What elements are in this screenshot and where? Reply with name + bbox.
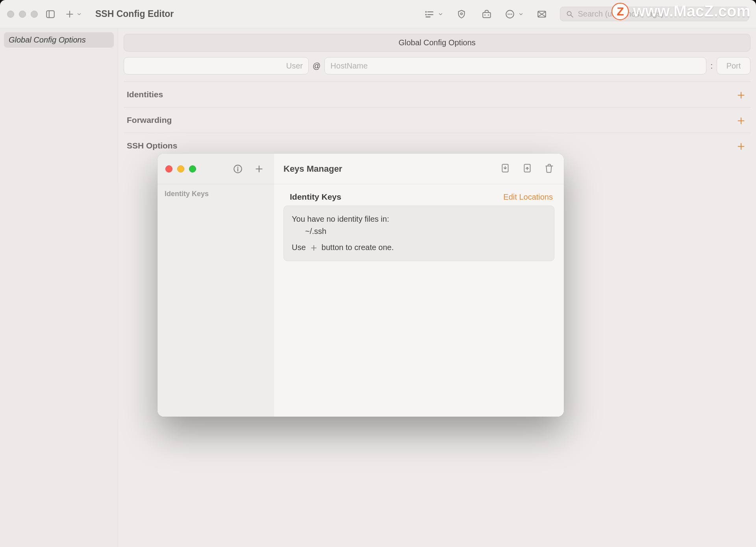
section-title-ssh-options: SSH Options (127, 141, 177, 150)
shield-button[interactable] (454, 7, 469, 21)
credentials-button[interactable] (480, 7, 494, 21)
svg-rect-8 (483, 12, 491, 17)
import-key-button[interactable] (500, 163, 510, 175)
svg-point-13 (510, 13, 511, 15)
toolbar-right (424, 7, 749, 21)
chevron-down-icon (518, 11, 524, 17)
briefcase-icon (482, 9, 492, 19)
lines-icon (424, 9, 435, 20)
shield-icon (456, 9, 467, 19)
search-box[interactable] (560, 7, 749, 21)
hostname-field[interactable] (324, 57, 706, 74)
svg-point-2 (425, 11, 427, 13)
port-input[interactable] (723, 61, 745, 70)
terminal-cross-icon (537, 9, 547, 19)
plus-icon (254, 164, 264, 174)
list-options-dropdown[interactable] (424, 9, 443, 20)
empty-state-use-prefix: Use (292, 241, 306, 254)
ellipsis-circle-icon (505, 9, 515, 19)
trash-icon (544, 163, 554, 173)
section-forwarding: Forwarding ＋ (124, 107, 750, 133)
export-key-button[interactable] (522, 163, 532, 175)
at-separator: @ (313, 61, 321, 70)
svg-point-12 (508, 13, 509, 15)
section-title-identities: Identities (127, 90, 163, 99)
close-button[interactable] (7, 11, 14, 18)
modal-titlebar-right: Keys Manager (274, 154, 564, 184)
export-icon (522, 163, 532, 173)
search-icon (566, 10, 574, 19)
keys-manager-window: Keys Manager Identity Keys Identity Keys… (158, 154, 564, 417)
svg-point-7 (461, 13, 463, 15)
zoom-button[interactable] (31, 11, 38, 18)
minimize-button[interactable] (19, 11, 26, 18)
plus-icon: ＋ (309, 243, 319, 252)
add-identity-button[interactable]: ＋ (735, 88, 747, 101)
add-host-dropdown[interactable] (65, 9, 82, 19)
plus-icon (65, 9, 75, 19)
colon-separator: : (710, 61, 713, 70)
svg-point-4 (425, 14, 427, 15)
modal-main: Identity Keys Edit Locations You have no… (274, 184, 564, 417)
more-actions-dropdown[interactable] (505, 9, 524, 19)
add-ssh-option-button[interactable]: ＋ (735, 139, 747, 152)
empty-state-path: ~/.ssh (292, 225, 546, 237)
titlebar: SSH Config Editor (0, 0, 756, 28)
search-input[interactable] (578, 9, 743, 19)
empty-state-card: You have no identity files in: ~/.ssh Us… (284, 206, 554, 261)
info-icon (233, 164, 243, 174)
modal-info-button[interactable] (231, 162, 245, 176)
sidebar-icon (45, 9, 56, 19)
delete-key-button[interactable] (544, 163, 554, 175)
modal-close-button[interactable] (165, 165, 172, 172)
modal-header-row: Identity Keys Edit Locations (284, 192, 554, 206)
modal-traffic-lights (165, 165, 196, 172)
app-title: SSH Config Editor (95, 9, 174, 19)
svg-point-9 (484, 14, 485, 15)
terminal-action-button[interactable] (535, 7, 549, 21)
modal-zoom-button[interactable] (189, 165, 196, 172)
port-field[interactable] (717, 57, 750, 74)
sidebar-item-label: Global Config Options (9, 35, 86, 44)
host-header-label: Global Config Options (398, 38, 476, 47)
svg-rect-0 (46, 11, 54, 17)
user-input[interactable] (130, 61, 303, 70)
host-header-chip[interactable]: Global Config Options (124, 34, 750, 52)
empty-state-create-row: Use ＋ button to create one. (292, 241, 546, 254)
connection-row: @ : (124, 57, 750, 74)
toggle-sidebar-button[interactable] (43, 7, 57, 21)
sidebar: Global Config Options (0, 28, 118, 547)
add-forwarding-button[interactable]: ＋ (735, 114, 747, 126)
user-field[interactable] (124, 57, 309, 74)
chevron-down-icon (438, 11, 443, 17)
section-identities: Identities ＋ (124, 82, 750, 107)
modal-sidebar: Identity Keys (158, 184, 274, 417)
sidebar-item-global-config[interactable]: Global Config Options (4, 32, 114, 48)
identity-keys-title: Identity Keys (290, 192, 341, 202)
traffic-lights-inactive (7, 11, 38, 18)
modal-minimize-button[interactable] (177, 165, 184, 172)
section-title-forwarding: Forwarding (127, 115, 172, 125)
empty-state-line1: You have no identity files in: (292, 213, 546, 225)
edit-locations-link[interactable]: Edit Locations (503, 193, 553, 202)
svg-point-10 (488, 14, 489, 15)
svg-line-17 (571, 15, 573, 17)
modal-add-key-button[interactable] (252, 162, 266, 176)
svg-point-19 (237, 167, 239, 168)
hostname-input[interactable] (330, 61, 700, 70)
modal-title: Keys Manager (284, 164, 342, 174)
svg-point-14 (511, 13, 512, 15)
svg-point-16 (567, 11, 571, 15)
modal-titlebar-left (158, 154, 274, 184)
empty-state-use-suffix: button to create one. (322, 241, 394, 254)
modal-sidebar-heading: Identity Keys (165, 190, 267, 198)
chevron-down-icon (76, 11, 82, 17)
import-icon (500, 163, 510, 173)
